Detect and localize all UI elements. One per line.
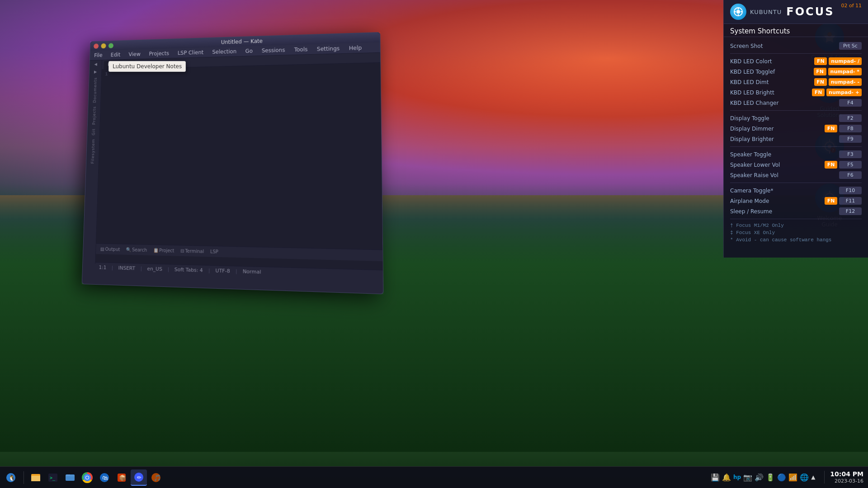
taskbar-app-appimage[interactable]: 📦 [113,469,130,486]
svg-point-1 [736,10,740,14]
svg-text:>_: >_ [50,475,56,481]
key-f8: F8 [839,125,862,132]
menu-go[interactable]: Go [244,47,255,55]
taskbar-app-files[interactable] [62,469,78,486]
tray-icon-battery[interactable]: 🔋 [766,473,775,482]
nav-prev[interactable]: ◀ [94,62,97,66]
key-fn-7: FN [825,197,837,205]
search-icon: 🔍 [126,247,132,252]
taskbar-clock[interactable]: 10:04 PM 2023-03-16 [830,470,863,484]
key-f12: F12 [839,207,862,215]
taskbar: 🐧 >_ [0,466,868,488]
menu-lsp[interactable]: LSP Client [176,48,205,57]
bottom-tab-output[interactable]: ▤ Output [98,245,123,253]
svg-text:🐧: 🐧 [8,474,16,482]
tray-icon-hp[interactable]: hp [733,474,741,480]
menu-help[interactable]: Help [347,44,364,52]
menu-selection[interactable]: Selection [210,47,238,56]
sidebar-label-git[interactable]: Git [91,128,96,135]
shortcut-label-disp-bright: Display Brighter [730,136,837,142]
sidebar-label-projects[interactable]: Projects [92,106,97,125]
window-minimize-button[interactable] [101,43,106,48]
tray-icon-bluetooth[interactable]: 🔵 [777,473,786,482]
clock-date: 2023-03-16 [830,478,863,484]
kate-window-body: ◀ ▶ Documents Projects Git Filesystem Un… [83,53,383,272]
shortcut-row-sleep: Sleep / Resume F12 [730,206,862,216]
key-numpad-min: numpad- - [829,78,862,86]
sep-4: | [208,267,210,273]
taskbar-app-kate[interactable]: ✏ [131,469,147,486]
key-f4: F4 [839,99,862,107]
key-f10: F10 [839,187,862,194]
key-f9: F9 [839,135,862,143]
taskbar-app-terminal[interactable]: >_ [45,469,61,486]
key-fn-5: FN [825,125,837,132]
divider-4 [730,183,862,183]
divider-5 [730,219,862,219]
shortcut-row-kbd-change: KBD LED Changer F4 [730,98,862,108]
tray-icon-volume[interactable]: 🔊 [755,473,764,482]
shortcut-row-kbd-color: KBD LED Colort FN numpad- / [730,56,862,66]
status-filetype: Normal [243,268,261,275]
divider-2 [730,110,862,111]
shortcut-label-sleep: Sleep / Resume [730,208,837,215]
note-2: ‡ Focus XE Only [730,229,862,236]
bottom-tab-terminal[interactable]: ⊟ Terminal [178,247,207,255]
kate-editor-content[interactable]: 1 [95,63,382,270]
menu-view[interactable]: View [127,50,142,58]
shortcut-row-airplane: Airplane Mode FN F11 [730,196,862,206]
sep-3: | [167,266,169,272]
taskbar-app-audio[interactable]: 🎵 [148,469,164,486]
svg-text:🛍: 🛍 [102,474,108,481]
focus-panel: KUBUNTU FOCUS 02 of 11 System Shortcuts … [723,0,868,258]
svg-text:📦: 📦 [119,474,127,482]
menu-tools[interactable]: Tools [292,45,310,54]
taskbar-app-filemanager[interactable] [28,469,44,486]
nav-next[interactable]: ▶ [94,70,97,74]
svg-point-47 [86,476,89,479]
tray-icon-files[interactable]: 💾 [711,473,720,482]
key-fn-4: FN [812,89,825,96]
focus-panel-header: KUBUNTU FOCUS 02 of 11 [724,0,868,24]
menu-sessions[interactable]: Sessions [260,46,287,55]
window-maximize-button[interactable] [108,43,113,48]
focus-logo-icon [730,4,746,20]
status-locale: en_US [147,266,162,272]
sidebar-label-documents[interactable]: Documents [92,77,97,103]
shortcut-row-disp-dim: Display Dimmer FN F8 [730,123,862,134]
tray-icon-notify[interactable]: 🔔 [722,473,731,482]
shortcut-row-spk-lower: Speaker Lower Vol FN F5 [730,160,862,170]
shortcut-label-screenshot: Screen Shot [730,43,837,49]
bottom-tab-project[interactable]: 📋 Project [151,247,177,254]
tray-icon-camera[interactable]: 📷 [743,473,752,482]
taskbar-app-discover[interactable]: 🛍 [96,469,113,486]
key-numpad-plus: numpad- + [826,89,862,96]
window-close-button[interactable] [94,43,99,48]
divider-3 [730,146,862,147]
tray-icon-network[interactable]: 🌐 [800,473,809,482]
key-numpad-div: numpad- / [829,57,862,65]
key-f6: F6 [839,171,862,179]
shortcut-row-spk-raise: Speaker Raise Vol F6 [730,170,862,180]
menu-settings[interactable]: Settings [315,44,342,53]
taskbar-app-chrome[interactable] [79,469,95,486]
menu-edit[interactable]: Edit [109,51,122,59]
tray-icon-expand[interactable]: ▲ [811,474,815,480]
line-number-1: 1 [105,71,113,77]
menu-projects[interactable]: Projects [147,49,171,57]
focus-brand-focus: FOCUS [786,5,834,18]
svg-text:🎵: 🎵 [154,474,161,482]
key-f3: F3 [839,150,862,158]
taskbar-start-button[interactable]: 🐧 [1,468,21,488]
bottom-tab-lsp[interactable]: LSP [208,248,221,255]
bottom-tab-search[interactable]: 🔍 Search [123,246,150,253]
status-tabs: Soft Tabs: 4 [175,267,203,273]
clock-time: 10:04 PM [830,470,863,478]
sep-1: | [111,265,113,271]
sidebar-label-filesystem[interactable]: Filesystem [90,139,95,164]
menu-file[interactable]: File [92,52,104,59]
shortcut-label-kbd-dim: KBD LED Dimt [730,79,812,85]
note-1: † Focus M1/M2 Only [730,222,862,229]
shortcut-label-kbd-color: KBD LED Colort [730,58,812,65]
tray-icon-wifi[interactable]: 📶 [788,473,797,482]
